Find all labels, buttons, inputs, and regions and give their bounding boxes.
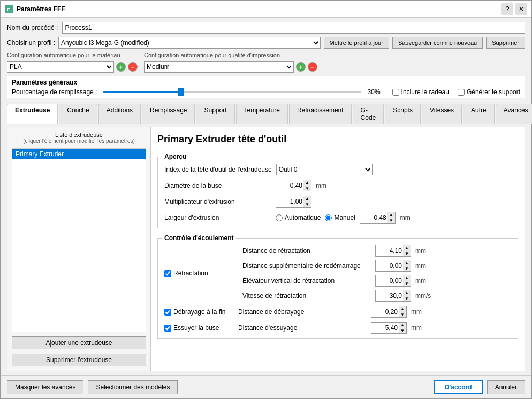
dist-ret-up[interactable]: ▲ [403,245,411,251]
largeur-manuel-label[interactable]: Manuel [325,214,355,221]
debrayage-checkbox-label[interactable]: Débrayage à la fin [164,308,234,316]
diametre-label: Diamètre de la buse [164,182,271,189]
tab-refroidissement[interactable]: Refroidissement [289,104,352,124]
dist-supp-down[interactable]: ▼ [403,266,411,271]
largeur-auto-label[interactable]: Automatique [276,214,321,221]
dialog-content: Nom du procédé : Choisir un profil : Any… [1,18,531,375]
vitesse-ret-down[interactable]: ▼ [403,296,411,301]
diametre-down[interactable]: ▼ [303,186,311,191]
vitesse-ret-label: Vitesse de rétractation [242,292,371,300]
essuyer-checkbox-label[interactable]: Essuyer la buse [164,324,234,332]
diametre-up[interactable]: ▲ [303,180,311,186]
dist-supp-up[interactable]: ▲ [403,260,411,266]
dist-deb-up[interactable]: ▲ [399,306,406,312]
index-select[interactable]: Outil 0 [276,164,373,175]
extruder-list[interactable]: Primary Extruder [12,148,146,332]
retraction-right: Distance de rétractation ▲ ▼ mm [242,245,511,302]
mult-up[interactable]: ▲ [303,196,311,202]
radeau-checkbox-label[interactable]: Inclure le radeau [392,88,449,96]
slider-thumb[interactable] [178,88,184,96]
quality-add-button[interactable]: + [296,62,306,72]
radeau-checkbox[interactable] [392,89,399,96]
retraction-checkbox-label[interactable]: Rétractation [164,270,234,277]
largeur-auto-radio[interactable] [276,214,283,221]
mult-down[interactable]: ▼ [303,202,311,207]
tab-support[interactable]: Support [196,104,234,124]
material-add-button[interactable]: + [116,62,126,72]
dist-ret-down[interactable]: ▼ [403,251,411,256]
title-bar: F Paramètres FFF ? ✕ [1,1,531,18]
app-icon: F [5,5,13,13]
largeur-up[interactable]: ▲ [387,212,395,218]
largeur-arrows: ▲ ▼ [387,212,396,224]
material-remove-button[interactable]: − [128,62,138,72]
process-input[interactable] [62,22,525,34]
annuler-button[interactable]: Annuler [487,380,525,394]
dist-supp-spinner: ▲ ▼ [375,260,411,272]
dist-supp-input[interactable] [375,260,403,272]
quality-remove-button[interactable]: − [308,62,317,72]
tab-temperature[interactable]: Température [236,104,288,124]
tab-couche[interactable]: Couche [59,104,97,124]
bottom-bar: Masquer les avancés Sélectionner des mod… [1,375,531,398]
extruder-item[interactable]: Primary Extruder [12,149,146,159]
quality-select[interactable]: Medium [144,61,294,73]
extruder-panel-title: Liste d'extrudeuse (cliquer l'élément po… [12,132,146,144]
retraction-label: Rétractation [173,270,208,277]
selectionner-button[interactable]: Sélectionner des modèles [88,380,178,394]
debrayage-checkbox[interactable] [164,309,171,316]
support-checkbox[interactable] [458,89,465,96]
dist-ess-input[interactable] [371,322,399,334]
tab-vitesses[interactable]: Vitesses [422,104,462,124]
largeur-manuel-radio[interactable] [325,214,332,221]
tab-gcode[interactable]: G-Code [353,104,384,124]
add-extruder-button[interactable]: Ajouter une extrudeuse [12,336,146,349]
tabs-bar: Extrudeuse Couche Additions Remplissage … [7,104,525,124]
index-row: Index de la tête d'outil de l'extrudeuse… [164,164,511,175]
profile-row: Choisir un profil : Anycubic i3 Mega-G (… [7,37,525,49]
largeur-input[interactable] [360,212,387,224]
save-new-button[interactable]: Sauvegarder comme nouveau [392,37,483,49]
support-checkbox-label[interactable]: Générer le support [458,88,520,96]
mult-spinner: ▲ ▼ [276,196,311,208]
fill-slider[interactable] [103,91,361,93]
delete-profile-button[interactable]: Supprimer [486,37,525,49]
remove-extruder-button[interactable]: Supprimer l'extrudeuse [12,354,146,366]
mult-input[interactable] [276,196,303,208]
flow-content: Rétractation Distance de rétractation [164,245,511,334]
tab-scripts[interactable]: Scripts [385,104,421,124]
tab-remplissage[interactable]: Remplissage [142,104,195,124]
diametre-input[interactable] [276,180,303,191]
fill-row: Pourcentage de remplissage : 30% Inclure… [12,88,520,96]
masquer-button[interactable]: Masquer les avancés [7,380,83,394]
help-button[interactable]: ? [501,3,513,15]
accord-button[interactable]: D'accord [434,380,483,394]
dist-deb-down[interactable]: ▼ [399,312,406,317]
tab-extrudeuse[interactable]: Extrudeuse [7,104,58,124]
mult-label: Multiplicateur d'extrusion [164,198,271,205]
elevateur-up[interactable]: ▲ [403,275,411,281]
largeur-down[interactable]: ▼ [387,218,395,223]
material-select[interactable]: PLA [7,61,114,73]
elevateur-down[interactable]: ▼ [403,281,411,286]
debrayage-label: Débrayage à la fin [173,308,225,316]
close-button[interactable]: ✕ [515,3,527,15]
essuyer-checkbox[interactable] [164,325,171,332]
retraction-left: Rétractation [164,245,234,302]
vitesse-ret-input[interactable] [375,290,403,302]
dist-ess-down[interactable]: ▼ [399,328,406,333]
retraction-checkbox[interactable] [164,270,171,277]
dist-deb-input[interactable] [371,306,399,318]
tab-avances[interactable]: Avancés [496,104,532,124]
tab-autre[interactable]: Autre [463,104,495,124]
dist-ret-input[interactable] [375,245,403,257]
elevateur-input[interactable] [375,275,403,287]
dist-ess-up[interactable]: ▲ [399,323,406,328]
elevateur-label: Élévateur vertical de rétractation [242,277,371,285]
vitesse-ret-spinner: ▲ ▼ [375,290,411,302]
update-profile-button[interactable]: Mettre le profil à jour [324,37,389,49]
flow-group: Contrôle d'écoulement Rétractation [157,238,518,339]
profile-select[interactable]: Anycubic i3 Mega-G (modified) [58,37,321,49]
tab-additions[interactable]: Additions [98,104,141,124]
vitesse-ret-up[interactable]: ▲ [403,290,411,296]
